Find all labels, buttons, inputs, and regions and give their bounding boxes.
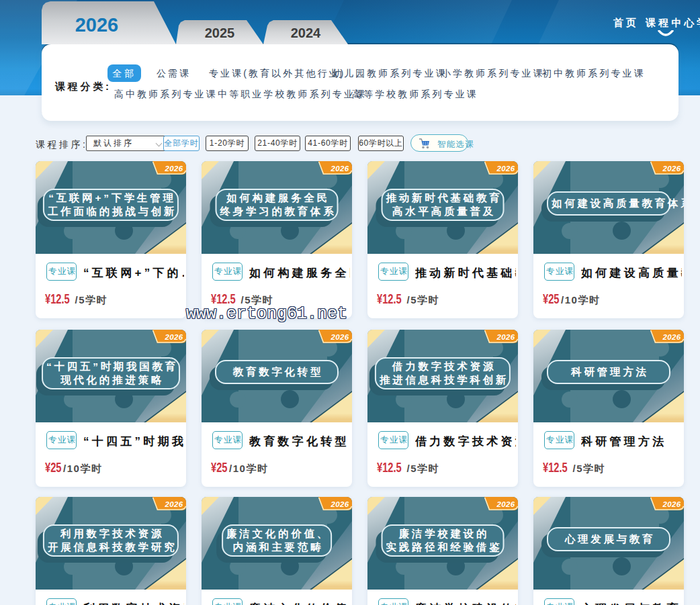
svg-text:2026: 2026	[496, 165, 515, 173]
svg-text:2026: 2026	[331, 165, 349, 173]
svg-text:2026: 2026	[662, 165, 681, 173]
svg-text:2026: 2026	[165, 333, 183, 341]
svg-text:2026: 2026	[496, 500, 515, 508]
svg-text:2026: 2026	[331, 500, 349, 508]
svg-text:2026: 2026	[165, 165, 183, 173]
svg-text:2026: 2026	[331, 333, 349, 341]
svg-text:2026: 2026	[496, 333, 515, 341]
svg-text:2026: 2026	[662, 333, 681, 341]
svg-text:2026: 2026	[662, 500, 681, 508]
svg-text:2026: 2026	[165, 500, 183, 508]
